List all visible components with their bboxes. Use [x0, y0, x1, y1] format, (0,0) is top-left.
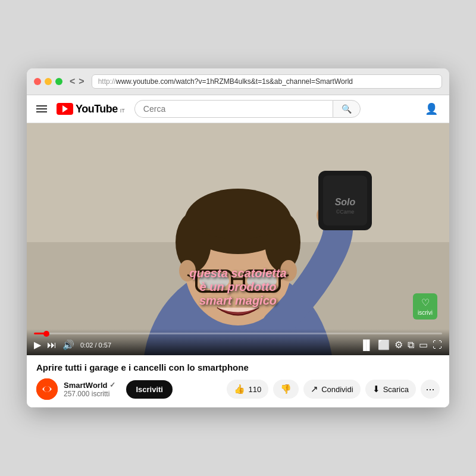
time-current: 0:02 [80, 342, 93, 349]
channel-name: SmartWorld ✓ [64, 381, 115, 390]
hamburger-line [36, 108, 47, 109]
theater-button[interactable]: ▭ [419, 339, 428, 350]
channel-avatar[interactable] [36, 378, 58, 400]
miniplayer-button[interactable]: ⧉ [408, 340, 414, 350]
fullscreen-button[interactable]: ⛶ [433, 340, 442, 350]
time-display: 0:02 / 0:57 [80, 342, 111, 349]
chapters-button[interactable]: ▐▌ [359, 340, 373, 350]
download-label: Scarica [383, 385, 409, 394]
nav-buttons: < > [70, 76, 84, 87]
download-button[interactable]: ⬇ Scarica [365, 380, 416, 399]
channel-row: SmartWorld ✓ 257.000 iscritti Iscriviti … [36, 378, 440, 400]
captions-button[interactable]: ⬜ [378, 339, 390, 350]
video-thumbnail: Solo ©Came questa scatoletta è un prodot… [27, 123, 449, 355]
save-label: iscrivi [418, 309, 433, 316]
minimize-button[interactable] [45, 78, 52, 85]
controls-right: ▐▌ ⬜ ⚙ ⧉ ▭ ⛶ [359, 339, 442, 350]
subtitle-line3: smart magico [189, 294, 286, 308]
share-label: Condividi [321, 385, 353, 394]
close-button[interactable] [34, 78, 41, 85]
next-button[interactable]: ⏭ [47, 340, 57, 350]
more-button[interactable]: ··· [421, 380, 440, 399]
share-icon: ↗ [311, 384, 318, 394]
video-player[interactable]: Solo ©Came questa scatoletta è un prodot… [27, 123, 449, 355]
traffic-lights [34, 78, 62, 85]
youtube-logo-icon [57, 103, 73, 115]
user-icon[interactable]: 👤 [423, 101, 440, 117]
channel-info: SmartWorld ✓ 257.000 iscritti [64, 381, 115, 398]
video-title: Aprire tutti i garage e i cancelli con l… [36, 362, 440, 372]
subscribe-button[interactable]: Iscriviti [126, 380, 173, 399]
svg-text:©Came: ©Came [336, 209, 355, 215]
share-button[interactable]: ↗ Condividi [303, 380, 360, 399]
hamburger-line [36, 111, 47, 112]
video-content-svg: Solo ©Came [27, 123, 449, 355]
svg-point-8 [187, 192, 289, 239]
youtube-logo-text: YouTube [76, 103, 118, 115]
channel-subs: 257.000 iscritti [64, 390, 115, 398]
search-button[interactable]: 🔍 [333, 100, 361, 118]
channel-avatar-icon [36, 378, 58, 400]
svg-point-24 [44, 386, 50, 392]
search-input[interactable] [134, 100, 333, 118]
progress-bar[interactable] [34, 333, 442, 334]
youtube-header: YouTube IT 🔍 👤 [27, 95, 449, 123]
like-button[interactable]: 👍 110 [227, 380, 268, 399]
video-subtitle: questa scatoletta è un prodotto smart ma… [189, 267, 286, 308]
subtitle-line1: questa scatoletta [189, 267, 286, 280]
svg-text:Solo: Solo [335, 197, 356, 207]
header-right: 👤 [423, 101, 440, 117]
address-url: www.youtube.com/watch?v=1hRZMB4ulks&t=1s… [116, 77, 353, 86]
time-total: 0:57 [99, 342, 111, 349]
progress-dot [43, 331, 49, 337]
address-bar[interactable]: http:// www.youtube.com/watch?v=1hRZMB4u… [92, 74, 442, 89]
title-bar: < > http:// www.youtube.com/watch?v=1hRZ… [27, 68, 449, 95]
verified-icon: ✓ [109, 381, 115, 389]
back-button[interactable]: < [70, 76, 75, 87]
settings-button[interactable]: ⚙ [394, 339, 403, 350]
play-button[interactable]: ▶ [34, 339, 41, 350]
action-buttons: 👍 110 👎 ↗ Condividi ⬇ Scarica ··· [227, 380, 440, 399]
dislike-icon: 👎 [280, 384, 292, 394]
forward-button[interactable]: > [79, 76, 84, 87]
youtube-logo-country: IT [120, 108, 125, 114]
save-heart-icon: ♡ [421, 297, 430, 308]
hamburger-line [36, 105, 47, 107]
like-icon: 👍 [234, 384, 245, 394]
hamburger-menu[interactable] [36, 105, 47, 112]
save-overlay[interactable]: ♡ iscrivi [413, 293, 437, 320]
search-container: 🔍 [134, 100, 361, 118]
subtitle-line2: è un prodotto [189, 280, 286, 294]
maximize-button[interactable] [55, 78, 62, 85]
browser-window: < > http:// www.youtube.com/watch?v=1hRZ… [27, 68, 449, 408]
video-info: Aprire tutti i garage e i cancelli con l… [27, 355, 449, 408]
channel-name-text: SmartWorld [64, 381, 107, 390]
address-http: http:// [98, 77, 116, 86]
controls-row: ▶ ⏭ 🔊 0:02 / 0:57 ▐▌ ⬜ ⚙ ⧉ ▭ ⛶ [34, 339, 442, 350]
volume-button[interactable]: 🔊 [62, 339, 74, 350]
dislike-button[interactable]: 👎 [273, 380, 299, 399]
like-count: 110 [248, 385, 261, 394]
download-icon: ⬇ [372, 384, 380, 394]
video-controls: ▶ ⏭ 🔊 0:02 / 0:57 ▐▌ ⬜ ⚙ ⧉ ▭ ⛶ [27, 329, 449, 355]
youtube-logo[interactable]: YouTube IT [57, 103, 125, 115]
